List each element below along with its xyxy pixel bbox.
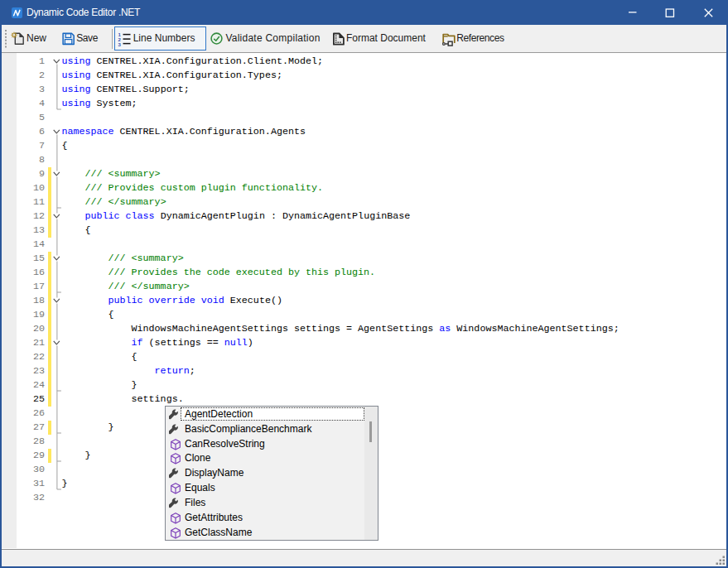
svg-text:3: 3 — [118, 41, 121, 46]
